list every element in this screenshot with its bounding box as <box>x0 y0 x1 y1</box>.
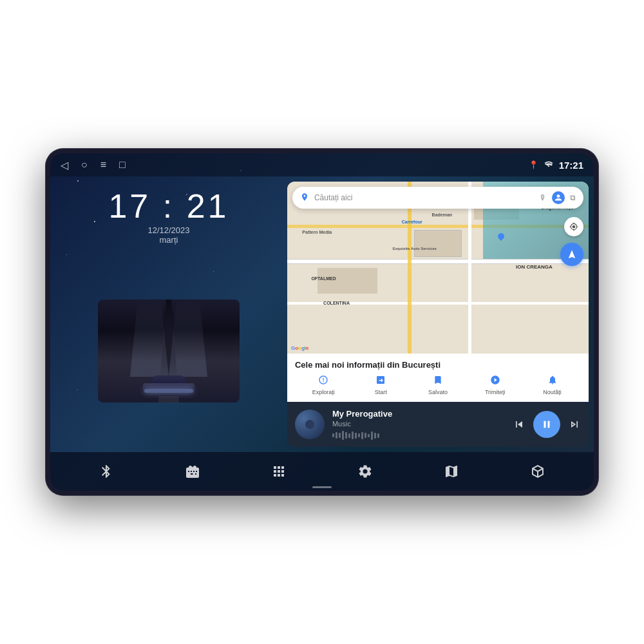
device-3d-nav-button[interactable] <box>525 459 551 484</box>
send-label: Trimiteți <box>485 389 506 395</box>
music-artwork-inner <box>305 420 314 429</box>
left-panel: 17 : 21 12/12/2023 marți <box>50 176 287 452</box>
map-road-horizontal-1 <box>287 259 589 264</box>
map-label-ion-creanga: ION CREANGA <box>516 264 553 270</box>
settings-nav-button[interactable] <box>352 459 378 484</box>
music-info: My Prerogative Music <box>332 409 505 440</box>
waveform-bar <box>361 432 363 439</box>
back-nav-icon[interactable]: ◁ <box>61 159 68 171</box>
waveform-bar <box>374 433 376 439</box>
radio-nav-button[interactable] <box>180 459 205 484</box>
google-maps-pin-icon <box>300 193 309 204</box>
car-headlights-glow <box>144 389 193 393</box>
music-previous-button[interactable] <box>513 418 526 431</box>
google-maps-logo: Google <box>291 345 309 351</box>
waveform-bar <box>339 433 341 438</box>
waveform-bar <box>348 433 350 438</box>
location-status-icon: 📍 <box>529 160 538 169</box>
map-search-bar[interactable]: Căutați aici 🎙 ⧉ <box>292 187 583 209</box>
music-artwork <box>295 410 325 439</box>
waveform-bar <box>342 431 344 440</box>
map-block-1 <box>414 230 462 258</box>
bluetooth-nav-button[interactable] <box>93 459 119 484</box>
status-bar: ◁ ○ ≡ □ 📍 17:21 <box>50 153 594 176</box>
clock-day-display: marți <box>108 235 229 245</box>
status-indicators: 📍 17:21 <box>529 160 583 171</box>
music-next-button[interactable] <box>568 418 581 431</box>
map-user-avatar[interactable] <box>552 191 565 204</box>
news-icon <box>547 375 558 387</box>
music-waveform <box>332 431 505 440</box>
waveform-bar <box>365 433 366 438</box>
map-pin-shape <box>497 232 506 241</box>
map-layers-icon[interactable]: ⧉ <box>570 193 576 202</box>
map-action-send[interactable]: Trimiteți <box>466 375 524 395</box>
start-label: Start <box>375 389 387 395</box>
recent-nav-icon[interactable]: □ <box>119 159 126 171</box>
map-label-pattern-media: Pattern Media <box>302 230 332 234</box>
maps-nav-button[interactable] <box>439 459 464 484</box>
map-actions-row: Explorați Start Salvato <box>295 375 581 395</box>
explore-label: Explorați <box>312 389 335 395</box>
bottom-gesture-indicator <box>312 486 332 488</box>
map-info-bar: Cele mai noi informații din București Ex… <box>287 354 589 402</box>
saved-label: Salvato <box>428 389 448 395</box>
waveform-bar <box>345 432 347 439</box>
waveform-bar <box>377 433 379 438</box>
nav-controls: ◁ ○ ≡ □ <box>61 159 126 171</box>
music-title: My Prerogative <box>332 409 505 419</box>
right-panel: ION CREANGA COLENTINA OFTALMED Dragonul … <box>287 182 589 447</box>
car-scene-widget <box>57 256 281 446</box>
waveform-bar <box>371 431 373 440</box>
map-label-bademan: Bademan <box>432 213 453 217</box>
bottom-navigation <box>50 452 594 491</box>
map-search-placeholder[interactable]: Căutați aici <box>314 193 534 202</box>
map-label-carrefour: Carrefour <box>402 220 422 224</box>
status-time-display: 17:21 <box>559 160 583 171</box>
news-label: Noutăți <box>543 389 562 395</box>
wifi-status-icon <box>544 160 554 170</box>
map-navigate-button[interactable] <box>560 243 583 266</box>
clock-widget: 17 : 21 12/12/2023 marți <box>108 189 229 245</box>
map-my-location-button[interactable] <box>564 217 583 236</box>
device-frame: ◁ ○ ≡ □ 📍 17:21 17 : 21 1 <box>45 148 599 496</box>
map-label-colentina: COLENTINA <box>323 301 350 305</box>
clock-time-display: 17 : 21 <box>108 189 229 223</box>
map-action-start[interactable]: Start <box>352 375 410 395</box>
device-screen: ◁ ○ ≡ □ 📍 17:21 17 : 21 1 <box>50 153 594 491</box>
waveform-bar <box>355 433 357 439</box>
send-icon <box>490 375 500 387</box>
apps-nav-button[interactable] <box>266 459 292 484</box>
music-controls <box>513 411 581 438</box>
main-content-area: 17 : 21 12/12/2023 marți <box>50 176 594 452</box>
map-action-explore[interactable]: Explorați <box>295 375 352 395</box>
map-action-saved[interactable]: Salvato <box>410 375 467 395</box>
clock-date-display: 12/12/2023 <box>108 225 229 235</box>
home-nav-icon[interactable]: ○ <box>81 159 88 171</box>
map-location-pin <box>498 233 504 241</box>
map-action-news[interactable]: Noutăți <box>524 375 581 395</box>
music-subtitle: Music <box>332 420 505 428</box>
music-player-widget: My Prerogative Music <box>287 402 589 447</box>
car-body <box>143 374 194 396</box>
map-label-exquisite: Exquisite Auto Services <box>393 247 437 251</box>
music-play-pause-button[interactable] <box>533 411 560 438</box>
car-scene <box>98 299 240 402</box>
start-icon <box>375 375 386 387</box>
menu-nav-icon[interactable]: ≡ <box>100 159 106 171</box>
map-label-oftalmed: OFTALMED <box>311 276 336 281</box>
saved-icon <box>433 375 443 387</box>
waveform-bar <box>358 433 360 437</box>
waveform-bar <box>352 431 354 439</box>
waveform-bar <box>336 432 337 439</box>
waveform-bar <box>332 433 334 437</box>
map-microphone-icon[interactable]: 🎙 <box>539 193 547 202</box>
explore-icon <box>318 375 328 387</box>
map-widget[interactable]: ION CREANGA COLENTINA OFTALMED Dragonul … <box>287 182 589 354</box>
map-info-title: Cele mai noi informații din București <box>295 360 581 370</box>
waveform-bar <box>368 434 370 437</box>
